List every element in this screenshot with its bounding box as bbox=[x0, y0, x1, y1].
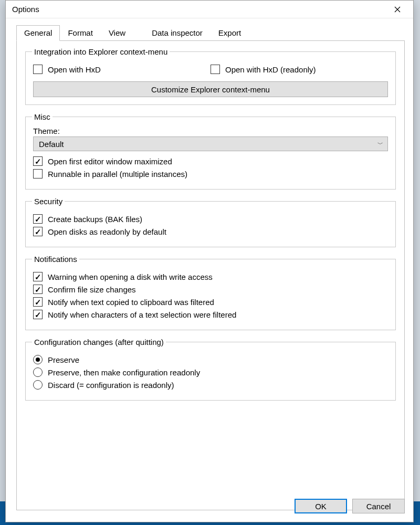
group-misc-legend: Misc bbox=[32, 112, 52, 121]
tab-data-inspector[interactable]: Data inspector bbox=[144, 25, 211, 41]
label-preserve: Preserve bbox=[48, 355, 79, 364]
options-dialog: Options General Format View Data inspect… bbox=[5, 0, 414, 522]
checkbox-notify-selection-filtered[interactable] bbox=[33, 310, 43, 319]
dialog-content: General Format View Data inspector Expor… bbox=[6, 18, 413, 510]
tab-format[interactable]: Format bbox=[60, 25, 101, 41]
group-notifications: Notifications Warning when opening a dis… bbox=[25, 255, 396, 330]
tab-view[interactable]: View bbox=[101, 25, 133, 41]
group-notifications-legend: Notifications bbox=[32, 255, 79, 264]
label-notify-clipboard-filtered: Notify when text copied to clipboard was… bbox=[48, 298, 214, 307]
label-open-with-hxd: Open with HxD bbox=[48, 65, 101, 74]
radio-preserve-readonly[interactable] bbox=[33, 368, 43, 377]
titlebar: Options bbox=[6, 1, 413, 18]
theme-label: Theme: bbox=[33, 127, 388, 135]
tab-panel-general: Integration into Explorer context-menu O… bbox=[16, 41, 405, 510]
checkbox-open-maximized[interactable] bbox=[33, 156, 43, 166]
group-misc: Misc Theme: Default ﹀ Open first editor … bbox=[25, 112, 396, 190]
label-confirm-file-size: Confirm file size changes bbox=[48, 285, 136, 294]
checkbox-warning-write-access[interactable] bbox=[33, 272, 43, 281]
close-icon bbox=[394, 6, 401, 13]
tab-strip: General Format View Data inspector Expor… bbox=[16, 25, 405, 41]
label-runnable-parallel: Runnable in parallel (multiple instances… bbox=[48, 170, 187, 178]
chevron-down-icon: ﹀ bbox=[377, 140, 383, 148]
group-integration-legend: Integration into Explorer context-menu bbox=[32, 47, 170, 56]
checkbox-confirm-file-size[interactable] bbox=[33, 285, 43, 294]
radio-preserve[interactable] bbox=[33, 355, 43, 364]
close-button[interactable] bbox=[387, 2, 408, 17]
label-notify-selection-filtered: Notify when characters of a text selecti… bbox=[48, 310, 236, 319]
label-open-with-hxd-readonly: Open with HxD (readonly) bbox=[225, 65, 316, 74]
cancel-button[interactable]: Cancel bbox=[352, 499, 405, 513]
radio-discard[interactable] bbox=[33, 380, 43, 390]
checkbox-runnable-parallel[interactable] bbox=[33, 169, 43, 178]
checkbox-notify-clipboard-filtered[interactable] bbox=[33, 297, 43, 307]
theme-select-value: Default bbox=[39, 140, 64, 149]
group-security: Security Create backups (BAK files) Open… bbox=[25, 197, 396, 247]
checkbox-open-disks-readonly[interactable] bbox=[33, 227, 43, 236]
checkbox-create-backups[interactable] bbox=[33, 214, 43, 224]
label-open-disks-readonly: Open disks as readonly by default bbox=[48, 227, 166, 236]
tab-general[interactable]: General bbox=[16, 25, 60, 41]
group-config-changes-legend: Configuration changes (after quitting) bbox=[32, 338, 166, 346]
customize-context-menu-button[interactable]: Customize Explorer context-menu bbox=[33, 81, 388, 97]
group-security-legend: Security bbox=[32, 197, 65, 206]
label-create-backups: Create backups (BAK files) bbox=[48, 215, 142, 224]
label-open-maximized: Open first editor window maximized bbox=[48, 157, 172, 166]
ok-button[interactable]: OK bbox=[295, 499, 347, 513]
tab-export[interactable]: Export bbox=[211, 25, 249, 41]
tab-gap bbox=[133, 25, 144, 40]
label-preserve-readonly: Preserve, then make configuration readon… bbox=[48, 368, 200, 377]
dialog-button-row: OK Cancel bbox=[295, 499, 405, 513]
checkbox-open-with-hxd[interactable] bbox=[33, 65, 43, 74]
label-discard: Discard (= configuration is readonly) bbox=[48, 381, 174, 390]
label-warning-write-access: Warning when opening a disk with write a… bbox=[48, 272, 213, 281]
theme-select[interactable]: Default ﹀ bbox=[33, 136, 388, 151]
window-title: Options bbox=[12, 5, 39, 14]
checkbox-open-with-hxd-readonly[interactable] bbox=[211, 65, 220, 74]
group-integration: Integration into Explorer context-menu O… bbox=[25, 47, 396, 105]
group-config-changes: Configuration changes (after quitting) P… bbox=[25, 338, 396, 401]
